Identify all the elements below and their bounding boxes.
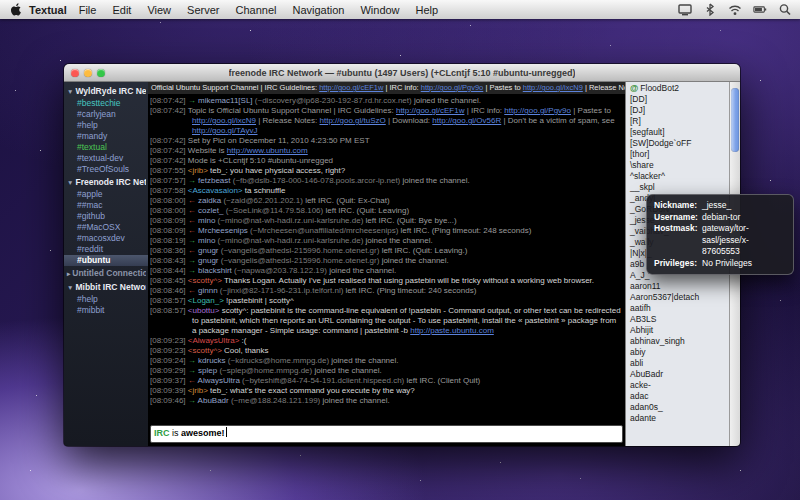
text-segment: Cool, thanks <box>222 346 269 355</box>
zoom-button[interactable] <box>97 69 105 77</box>
channel-item[interactable]: #carlyjean <box>64 109 148 120</box>
user-list-item[interactable]: aaron11 <box>626 281 729 292</box>
window-titlebar[interactable]: freenode IRC Network — #ubuntu (1497 Use… <box>64 64 740 82</box>
message-link[interactable]: http://goo.gl/Ov56R <box>432 116 501 125</box>
user-list-item[interactable]: adac <box>626 391 729 402</box>
channel-item[interactable]: #mandy <box>64 131 148 142</box>
menu-item-channel[interactable]: Channel <box>235 4 276 16</box>
menu-item-server[interactable]: Server <box>187 4 219 16</box>
chat-message: [08:07:58] <Ascavasaion> ta schnuffle <box>150 186 622 196</box>
channel-item[interactable]: #help <box>64 120 148 131</box>
chat-message: [08:08:19] → mino (~mino@nat-wh-hadi.rz.… <box>150 236 622 246</box>
user-list-item[interactable]: AbuBadr <box>626 369 729 380</box>
disclosure-icon[interactable]: ▸ <box>67 268 70 279</box>
input-text: is <box>170 428 182 438</box>
message-link[interactable]: http://goo.gl/cEF1w <box>319 83 383 92</box>
chat-message: [08:08:57] <Logan_> !pastebinit | scotty… <box>150 296 622 306</box>
user-list-item[interactable]: [thor] <box>626 149 729 160</box>
menu-item-navigation[interactable]: Navigation <box>292 4 344 16</box>
text-segment: joined the channel. <box>414 96 481 105</box>
user-list-item[interactable]: adante <box>626 413 729 424</box>
user-list-item[interactable]: adan0s_ <box>626 402 729 413</box>
disclosure-icon[interactable]: ▼ <box>67 86 73 97</box>
server-item[interactable]: ▼Freenode IRC Network <box>64 175 148 189</box>
user-list-item[interactable]: \share <box>626 160 729 171</box>
disclosure-icon[interactable]: ▼ <box>67 177 73 188</box>
display-icon[interactable] <box>678 3 692 16</box>
channel-item[interactable]: #TreeOfSouls <box>64 164 148 175</box>
user-list-item[interactable]: abli <box>626 358 729 369</box>
timestamp: [08:08:46] <box>150 286 188 295</box>
message-link[interactable]: http://goo.gl/ixcN9 <box>523 83 583 92</box>
message-input[interactable]: IRC is awesome! <box>150 425 623 443</box>
close-button[interactable] <box>71 69 79 77</box>
disclosure-icon[interactable]: ▼ <box>67 282 73 293</box>
message-link[interactable]: http://goo.gl/cEF1w <box>396 106 464 115</box>
server-item[interactable]: ▼Mibbit IRC Network <box>64 280 148 294</box>
user-list-item[interactable]: @FloodBot2 <box>626 83 729 94</box>
text-segment: teb_: you have physical access, right? <box>208 166 345 175</box>
user-list-item[interactable]: Aaron5367|detach <box>626 292 729 303</box>
channel-item[interactable]: #macosxdev <box>64 233 148 244</box>
channel-item[interactable]: #textual <box>64 142 148 153</box>
window-controls <box>71 69 105 77</box>
timestamp: [08:09:29] <box>150 366 188 375</box>
server-name: WyldRyde IRC Network <box>75 86 146 97</box>
text-segment: zaidka <box>198 196 223 205</box>
scrollbar-thumb[interactable] <box>731 88 739 152</box>
message-link[interactable]: http://www.ubuntu.com <box>227 146 308 155</box>
message-link[interactable]: http://goo.gl/ixcN9 <box>192 116 256 125</box>
app-menu-textual[interactable]: Textual <box>29 4 67 16</box>
menu-item-edit[interactable]: Edit <box>112 4 131 16</box>
user-list-item[interactable]: aatifh <box>626 303 729 314</box>
user-list-item[interactable]: ^slacker^ <box>626 171 729 182</box>
message-link[interactable]: http://goo.gl/tuSzO <box>320 116 386 125</box>
channel-item[interactable]: #textual-dev <box>64 153 148 164</box>
user-list-item[interactable]: [DJ] <box>626 105 729 116</box>
message-link[interactable]: http://goo.gl/TAyvJ <box>192 126 258 135</box>
server-item[interactable]: ▸Untitled Connection <box>64 266 148 280</box>
channel-item[interactable]: ##MacOSX <box>64 222 148 233</box>
text-segment: (~vangelis@athedsl-215996.home.otenet.gr… <box>221 246 382 255</box>
user-list-item[interactable]: [SW]Dodge`oFF <box>626 138 729 149</box>
spotlight-icon[interactable] <box>778 3 792 16</box>
bluetooth-icon[interactable] <box>703 3 717 16</box>
menu-item-window[interactable]: Window <box>360 4 399 16</box>
menu-item-help[interactable]: Help <box>416 4 439 16</box>
user-list-item[interactable]: Abhijit <box>626 325 729 336</box>
user-list-item[interactable]: abhinav_singh <box>626 336 729 347</box>
channel-item[interactable]: #besttechie <box>64 98 148 109</box>
message-link[interactable]: http://goo.gl/Pgv9o <box>504 106 571 115</box>
message-scrollback[interactable]: [08:07:42] → mikemac11[SL] (~discovery@i… <box>148 95 625 424</box>
text-segment: (~Mrcheesen@unaffiliated/mrcheesenips) <box>250 226 401 235</box>
channel-item[interactable]: #github <box>64 211 148 222</box>
user-list-item[interactable]: acke- <box>626 380 729 391</box>
timestamp: [08:07:55] <box>150 166 188 175</box>
user-list-item[interactable]: [segfault] <box>626 127 729 138</box>
battery-icon[interactable] <box>753 3 767 16</box>
channel-item[interactable]: #ubuntu <box>64 255 148 266</box>
text-segment: <Logan_> <box>188 296 224 305</box>
user-list-item[interactable]: [R] <box>626 116 729 127</box>
user-nick: a9b <box>630 259 644 269</box>
channel-item[interactable]: #apple <box>64 189 148 200</box>
channel-item[interactable]: #help <box>64 294 148 305</box>
message-link[interactable]: http://goo.gl/Pgv9o <box>421 83 484 92</box>
input-text: IRC <box>154 428 170 438</box>
user-list-item[interactable]: abiy <box>626 347 729 358</box>
wifi-icon[interactable] <box>728 3 742 16</box>
minimize-button[interactable] <box>84 69 92 77</box>
channel-item[interactable]: ##mac <box>64 200 148 211</box>
channel-item[interactable]: #mibbit <box>64 305 148 316</box>
channel-item[interactable]: #reddit <box>64 244 148 255</box>
user-list-item[interactable]: __skpl <box>626 182 729 193</box>
user-list-item[interactable]: AB3LS <box>626 314 729 325</box>
user-nick: aaron11 <box>630 281 661 291</box>
user-list-item[interactable]: [DD] <box>626 94 729 105</box>
menu-item-file[interactable]: File <box>79 4 97 16</box>
apple-menu-icon[interactable] <box>10 3 23 16</box>
text-segment: splep <box>198 366 219 375</box>
message-link[interactable]: http://paste.ubuntu.com <box>410 326 494 335</box>
menu-item-view[interactable]: View <box>147 4 171 16</box>
server-item[interactable]: ▼WyldRyde IRC Network <box>64 84 148 98</box>
